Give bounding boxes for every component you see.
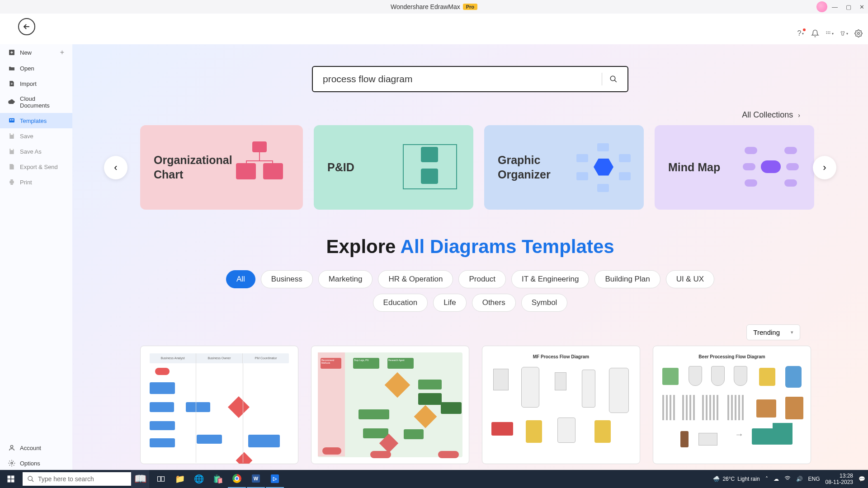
chevron-down-icon: ▾ <box>791 329 793 335</box>
sidebar-item-options[interactable]: Options <box>0 455 72 471</box>
taskbar-app-taskview[interactable] <box>152 470 170 488</box>
taskbar-app-edge[interactable]: 🌐 <box>190 470 208 488</box>
sidebar-item-templates[interactable]: Templates <box>0 113 72 128</box>
tray-volume-icon[interactable]: 🔊 <box>796 476 803 482</box>
svg-rect-15 <box>10 183 13 185</box>
template-card[interactable]: MF Process Flow DiagramMF Process Flow D… <box>482 346 640 475</box>
taskbar-search[interactable]: Type here to search <box>23 472 131 486</box>
sidebar-item-label: Account <box>20 445 41 451</box>
graphic-organizer-icon <box>575 141 630 195</box>
sidebar: New + Open Import Cloud Documents Templa… <box>0 44 72 475</box>
maximize-button[interactable]: ▢ <box>846 4 851 10</box>
taskbar-app-word[interactable]: W <box>247 470 265 488</box>
apps-icon[interactable]: ▾ <box>826 29 834 38</box>
svg-rect-14 <box>10 179 13 181</box>
shirt-icon[interactable]: ▾ <box>840 29 848 38</box>
filter-tab-hr-operation[interactable]: HR & Operation <box>378 270 453 288</box>
filter-tab-symbol[interactable]: Symbol <box>521 294 568 312</box>
bell-icon[interactable] <box>811 29 819 38</box>
taskbar: Type here to search 📖 📁 🌐 🛍️ W ▷ 🌧️ 26°C… <box>0 470 868 488</box>
sidebar-item-import[interactable]: Import <box>0 76 72 91</box>
taskbar-app-edrawmax[interactable]: ▷ <box>266 470 284 488</box>
sidebar-item-export[interactable]: Export & Send <box>0 159 72 174</box>
carousel-prev-button[interactable]: ‹ <box>104 156 127 179</box>
svg-point-3 <box>826 33 827 34</box>
sidebar-item-cloud[interactable]: Cloud Documents <box>0 91 72 113</box>
template-card[interactable]: Beer Processing Flow Diagram→Beer Proces… <box>653 346 811 475</box>
sidebar-item-open[interactable]: Open <box>0 61 72 76</box>
settings-icon[interactable] <box>854 29 863 38</box>
sidebar-item-label: Cloud Documents <box>20 95 64 109</box>
svg-rect-21 <box>8 479 11 483</box>
svg-point-18 <box>610 76 615 81</box>
all-collections-link[interactable]: All Collections › <box>72 92 868 125</box>
taskbar-app-explorer[interactable]: 📁 <box>171 470 189 488</box>
sidebar-item-account[interactable]: Account <box>0 440 72 455</box>
search-input[interactable] <box>323 74 594 84</box>
sidebar-item-print[interactable]: Print <box>0 174 72 190</box>
help-icon[interactable]: ?▾ <box>797 29 805 38</box>
taskbar-app-store[interactable]: 🛍️ <box>209 470 227 488</box>
sidebar-item-save[interactable]: Save <box>0 128 72 144</box>
sidebar-item-saveas[interactable]: Save As <box>0 144 72 159</box>
svg-rect-8 <box>9 118 14 122</box>
category-card-org-chart[interactable]: Organizational Chart <box>140 125 303 210</box>
sidebar-item-label: Open <box>20 65 34 72</box>
filter-tab-others[interactable]: Others <box>472 294 516 312</box>
filter-tab-product[interactable]: Product <box>458 270 506 288</box>
svg-point-6 <box>858 33 860 35</box>
filter-tab-ui-ux[interactable]: UI & UX <box>666 270 714 288</box>
category-carousel: ‹ › Organizational Chart P&ID Graphic Or… <box>72 125 868 210</box>
category-card-pid[interactable]: P&ID <box>314 125 473 210</box>
taskbar-app-chrome[interactable] <box>228 470 246 488</box>
template-card[interactable]: Business AnalystBusiness OwnerPM Coordin… <box>140 346 298 475</box>
plus-icon[interactable]: + <box>60 48 64 56</box>
back-button[interactable] <box>18 18 35 35</box>
tray-clock[interactable]: 13:28 08-11-2023 <box>826 473 853 486</box>
filter-tab-marketing[interactable]: Marketing <box>318 270 373 288</box>
svg-point-1 <box>828 32 829 33</box>
filter-tab-business[interactable]: Business <box>261 270 313 288</box>
search-box[interactable] <box>312 66 628 92</box>
tray-onedrive-icon[interactable]: ☁ <box>774 476 779 482</box>
svg-rect-25 <box>161 477 165 482</box>
sidebar-item-label: Options <box>20 460 40 467</box>
weather-widget[interactable]: 🌧️ 26°C Light rain <box>713 476 760 482</box>
minimize-button[interactable]: — <box>832 4 838 10</box>
sidebar-item-new[interactable]: New + <box>0 44 72 61</box>
category-title: Graphic Organizer <box>498 153 575 182</box>
template-thumbnail: Business AnalystBusiness OwnerPM Coordin… <box>140 346 298 464</box>
tray-language[interactable]: ENG <box>808 476 820 482</box>
taskbar-app-news[interactable]: 📖 <box>131 470 149 488</box>
start-button[interactable] <box>0 470 22 488</box>
sort-dropdown[interactable]: Trending ▾ <box>746 324 800 340</box>
svg-rect-10 <box>12 119 14 120</box>
window-controls: — ▢ ✕ <box>832 4 864 10</box>
filter-tab-all[interactable]: All <box>226 270 255 288</box>
filter-tab-it-engineering[interactable]: IT & Engineering <box>511 270 589 288</box>
category-title: P&ID <box>327 160 354 174</box>
all-collections-label: All Collections <box>742 110 793 119</box>
filter-tab-life[interactable]: Life <box>433 294 466 312</box>
close-button[interactable]: ✕ <box>859 4 864 10</box>
avatar[interactable] <box>816 1 827 12</box>
pid-icon <box>401 141 460 195</box>
svg-rect-13 <box>9 181 14 183</box>
explore-heading: Explore All Diagrams Templates <box>72 236 868 258</box>
category-title: Mind Map <box>668 160 720 174</box>
carousel-next-button[interactable]: › <box>813 156 836 179</box>
svg-point-2 <box>830 32 830 33</box>
search-container <box>72 44 868 92</box>
search-icon[interactable] <box>609 75 618 83</box>
filter-tab-building-plan[interactable]: Building Plan <box>594 270 660 288</box>
category-card-mind-map[interactable]: Mind Map <box>655 125 814 210</box>
sidebar-item-label: Save <box>20 133 33 140</box>
filter-tab-education[interactable]: Education <box>373 294 428 312</box>
svg-point-16 <box>10 446 13 448</box>
category-card-graphic-organizer[interactable]: Graphic Organizer <box>484 125 644 210</box>
tray-notifications-icon[interactable]: 💬 <box>859 476 865 482</box>
taskbar-search-placeholder: Type here to search <box>38 475 94 483</box>
tray-wifi-icon[interactable] <box>784 475 791 483</box>
template-card[interactable]: Recommend MethodsStop Logs, PGResearch A… <box>311 346 469 475</box>
tray-chevron-icon[interactable]: ˄ <box>765 476 768 482</box>
